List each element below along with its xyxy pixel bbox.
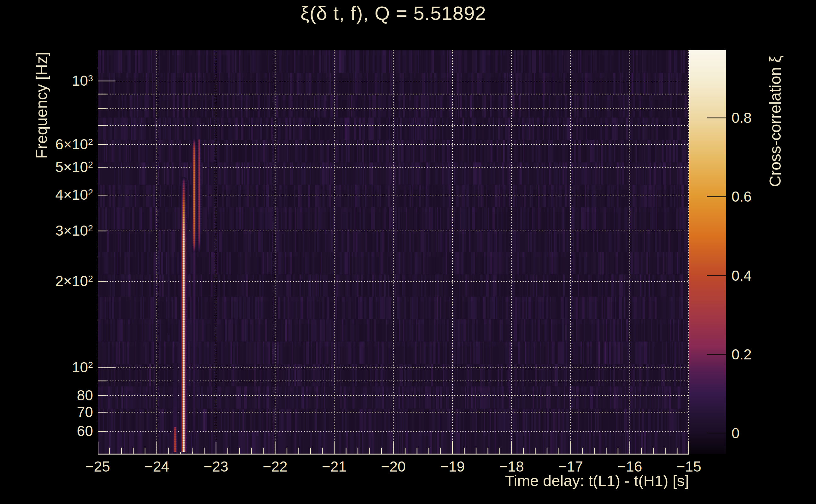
x-tick-label: −21 xyxy=(309,458,359,475)
y-tick-label: 103 xyxy=(22,72,93,91)
x-tick-label: −24 xyxy=(132,458,182,475)
x-tick-label: −22 xyxy=(250,458,301,475)
y-tick-label: 2×102 xyxy=(22,272,93,291)
y-tick-label: 70 xyxy=(22,404,93,421)
colorbar-tick-label: 0.4 xyxy=(732,267,782,284)
x-tick-label: −23 xyxy=(191,458,241,475)
plot-area xyxy=(98,50,689,455)
colorbar-tick-label: 0.2 xyxy=(732,346,782,363)
page-root: { "page": { "background": "#000000", "te… xyxy=(0,0,816,504)
y-tick-label: 60 xyxy=(22,422,93,439)
chart-title: ξ(δ t, f), Q = 5.51892 xyxy=(98,2,689,24)
y-tick-label: 3×102 xyxy=(22,222,93,241)
y-tick-label: 80 xyxy=(22,387,93,404)
y-tick-label: 5×102 xyxy=(22,158,93,177)
y-tick-label: 102 xyxy=(22,359,93,378)
x-axis-title: Time delay: t(L1) - t(H1) [s] xyxy=(405,472,689,490)
y-tick-label: 4×102 xyxy=(22,186,93,205)
colorbar-tick-label: 0 xyxy=(732,425,782,442)
x-tick-label: −25 xyxy=(72,458,123,475)
heatmap-canvas xyxy=(98,50,689,454)
y-tick-label: 6×102 xyxy=(22,136,93,155)
colorbar-canvas xyxy=(689,50,726,454)
colorbar-title: Cross-correlation ξ xyxy=(766,46,783,197)
